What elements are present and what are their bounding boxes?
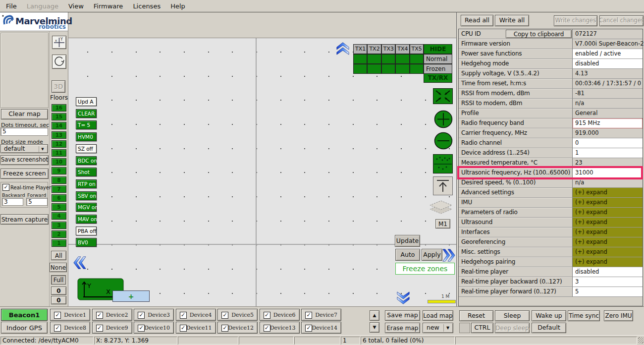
default-button[interactable]: Default [532, 323, 566, 333]
zoom-in-icon[interactable] [434, 110, 453, 128]
forward-input[interactable]: 5 [26, 198, 48, 206]
dots-timeout-input[interactable]: 5 [0, 127, 48, 136]
wake-up-button[interactable]: Wake up [532, 310, 566, 321]
device-checkbox[interactable]: ✓ [54, 312, 61, 319]
param-value[interactable]: 0 [573, 138, 643, 148]
map-button-mav-on[interactable]: MAV on [76, 215, 97, 224]
map-area[interactable]: Upd ACLEART= 5HVM0SZ offBDC onShotRTP on… [68, 38, 456, 306]
save-screenshot-button[interactable]: Save screenshot [0, 155, 49, 165]
apply-button[interactable]: Apply [422, 249, 442, 261]
layers-icon[interactable] [429, 199, 453, 219]
device-button-device10[interactable]: ✓Device10 [134, 322, 174, 334]
menu-licenses[interactable]: Licenses [128, 0, 165, 12]
threed-button[interactable]: 3D [52, 80, 65, 93]
param-value[interactable]: (+) expand [573, 188, 643, 198]
time-sync-button[interactable]: Time sync [568, 310, 600, 321]
scroll-down-button[interactable]: ▼ [370, 322, 379, 333]
param-value[interactable]: enabled / active [573, 49, 643, 59]
param-value[interactable]: (+) expand [573, 198, 643, 208]
device-checkbox[interactable]: ✓ [138, 312, 145, 319]
resize-grip[interactable] [638, 337, 644, 344]
map-button-upd-a[interactable]: Upd A [76, 97, 97, 106]
device-checkbox[interactable]: ✓ [138, 325, 145, 332]
map-button-clear[interactable]: CLEAR [76, 109, 97, 118]
dots-mode-icon[interactable] [433, 154, 453, 173]
update-button[interactable]: Update [395, 235, 420, 247]
tx-cell[interactable] [410, 54, 424, 64]
indoor-gps-tab[interactable]: Indoor GPS [1, 322, 48, 334]
stream-capture-button[interactable]: Stream capture [0, 214, 49, 225]
param-value[interactable]: (+) expand [573, 218, 643, 228]
device-button-device3[interactable]: ✓Device3 [134, 309, 174, 321]
tx-row-normal[interactable]: Normal [424, 54, 452, 64]
device-button-device12[interactable]: ✓Device12 [217, 322, 258, 334]
device-button-device14[interactable]: ✓Device14 [301, 322, 341, 334]
floor-button-16[interactable]: 16 [52, 104, 66, 112]
tx-cell[interactable] [395, 64, 409, 74]
param-value[interactable]: disabled [573, 59, 643, 69]
floor-button-14[interactable]: 14 [52, 122, 66, 129]
param-value[interactable]: 5 [573, 287, 643, 297]
device-checkbox[interactable]: ✓ [180, 325, 187, 332]
map-button-bv0[interactable]: BV0 [76, 238, 97, 247]
zero-imu-button[interactable]: Zero IMU [604, 310, 633, 321]
chevron-right-icon[interactable] [442, 248, 456, 262]
menu-view[interactable]: View [63, 0, 89, 12]
floor-button-2[interactable]: 2 [52, 230, 66, 238]
beacon-tab[interactable]: Beacon1 [1, 309, 48, 321]
device-button-device2[interactable]: ✓Device2 [92, 309, 132, 321]
device-button-device6[interactable]: ✓Device6 [260, 309, 300, 321]
floor-button-8[interactable]: 8 [52, 176, 66, 184]
freeze-zones-button[interactable]: Freeze zones [395, 263, 455, 275]
map-button-rtp-on[interactable]: RTP on [76, 179, 97, 188]
chevron-left-icon[interactable] [72, 255, 86, 270]
device-button-device13[interactable]: ✓Device13 [260, 322, 300, 334]
map-button-t=-5[interactable]: T= 5 [76, 120, 97, 129]
tx-hide-button[interactable]: HIDE [424, 44, 452, 54]
floor-button-11[interactable]: 11 [52, 149, 66, 157]
tx-txrx-button[interactable]: TX/RX [424, 73, 452, 83]
add-button[interactable]: + [112, 290, 150, 302]
map-button-bdc-on[interactable]: BDC on [76, 156, 97, 165]
floor-button-4[interactable]: 4 [52, 212, 66, 220]
copy-to-clipboard-button[interactable]: Copy to clipboard [506, 30, 572, 38]
backward-input[interactable]: 3 [2, 198, 23, 206]
tx-cell[interactable] [381, 64, 395, 74]
clear-map-button[interactable]: Clear map [1, 109, 48, 119]
read-all-button[interactable]: Read all [461, 15, 493, 26]
tx-cell[interactable] [410, 64, 424, 74]
device-button-device8[interactable]: ✓Device8 [50, 322, 90, 334]
deep-sleep-button[interactable]: Deep sleep [495, 323, 530, 333]
floor-button-1[interactable]: 1 [52, 239, 66, 247]
device-button-device4[interactable]: ✓Device4 [176, 309, 216, 321]
menu-file[interactable]: File [1, 0, 22, 12]
floors-all-button[interactable]: All [51, 251, 66, 260]
device-checkbox[interactable]: ✓ [305, 312, 312, 319]
rotate-view-button[interactable] [52, 55, 66, 69]
floor-button-3[interactable]: 3 [52, 222, 66, 229]
tx-cell[interactable] [395, 54, 409, 64]
map-button-pba-off[interactable]: PBA off [76, 227, 97, 235]
device-checkbox[interactable]: ✓ [180, 312, 187, 319]
param-value[interactable]: disabled [573, 267, 643, 277]
load-map-button[interactable]: Load map [423, 310, 453, 321]
scroll-up-button[interactable]: ▲ [370, 310, 379, 321]
chevron-up-icon[interactable] [336, 41, 349, 55]
fit-view-icon[interactable] [433, 88, 453, 104]
dots-size-select[interactable]: default ▼ [0, 144, 48, 153]
tx-cell[interactable] [381, 54, 395, 64]
chevron-down-icon[interactable] [396, 291, 410, 306]
reset-button[interactable]: Reset [459, 310, 493, 321]
zoom-out-icon[interactable] [434, 132, 453, 150]
floor-button-9[interactable]: 9 [52, 167, 66, 174]
device-checkbox[interactable]: ✓ [264, 325, 270, 332]
freeze-screen-button[interactable]: Freeze screen [0, 169, 49, 179]
cancel-changes-button[interactable]: Cancel changes [599, 15, 644, 26]
menu-help[interactable]: Help [165, 0, 190, 12]
floor-button-13[interactable]: 13 [52, 131, 66, 139]
floor-button-7[interactable]: 7 [52, 185, 66, 193]
map-button-hvm0[interactable]: HVM0 [76, 132, 97, 141]
map-select-dropdown[interactable]: new ▼ [423, 323, 453, 333]
device-checkbox[interactable]: ✓ [221, 312, 228, 319]
floor-button-12[interactable]: 12 [52, 140, 66, 148]
